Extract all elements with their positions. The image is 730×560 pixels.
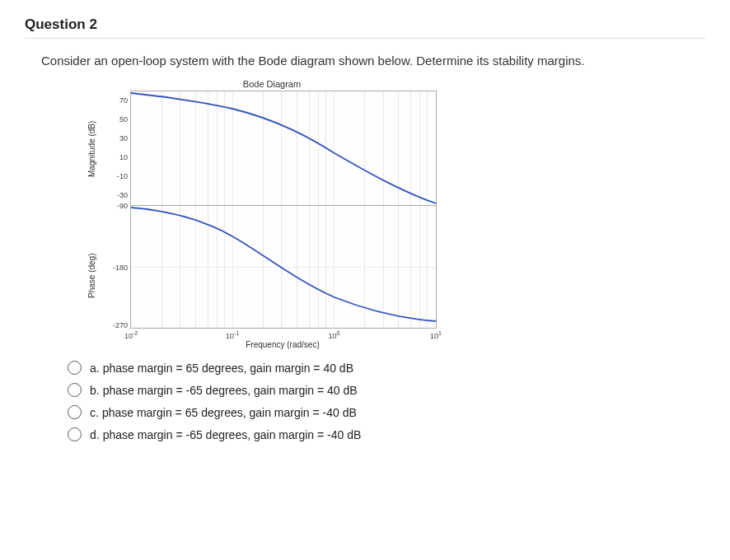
radio-icon[interactable] [68, 405, 82, 419]
answer-option-d[interactable]: d.phase margin = -65 degrees, gain margi… [68, 427, 705, 441]
chart-title: Bode Diagram [74, 79, 470, 89]
xtick: 101 [430, 330, 442, 340]
bode-diagram: Bode Diagram Magnitude (dB) Phase (deg) … [74, 79, 470, 349]
answer-options: a.phase margin = 65 degrees, gain margin… [68, 361, 705, 441]
xlabel: Frequency (rad/sec) [130, 340, 435, 349]
ytick: -270 [103, 321, 128, 329]
radio-icon[interactable] [68, 361, 82, 375]
ytick: -30 [103, 191, 128, 199]
magnitude-curve [131, 91, 436, 205]
ytick: 10 [103, 153, 128, 161]
phase-curve [131, 206, 436, 328]
ytick: -90 [103, 202, 128, 210]
answer-text: phase margin = -65 degrees, gain margin … [103, 384, 358, 397]
answer-option-c[interactable]: c.phase margin = 65 degrees, gain margin… [68, 405, 705, 419]
ytick: -180 [103, 264, 128, 272]
phase-plot: -90 -180 -270 10-2 10-1 100 101 [130, 205, 437, 329]
xtick: 10-2 [124, 330, 138, 340]
xtick: 10-1 [226, 330, 239, 340]
question-text: Consider an open-loop system with the Bo… [41, 54, 705, 68]
ytick: -10 [103, 172, 128, 180]
answer-text: phase margin = 65 degrees, gain margin =… [103, 362, 353, 375]
question-title: Question 2 [25, 16, 705, 39]
ylabel-phase: Phase (deg) [87, 254, 96, 298]
answer-option-b[interactable]: b.phase margin = -65 degrees, gain margi… [68, 383, 705, 397]
answer-text: phase margin = 65 degrees, gain margin =… [102, 406, 357, 419]
answer-letter: c. [90, 406, 99, 419]
answer-letter: d. [90, 428, 100, 441]
answer-text: phase margin = -65 degrees, gain margin … [103, 428, 362, 441]
radio-icon[interactable] [68, 427, 82, 441]
answer-letter: a. [90, 362, 100, 375]
answer-option-a[interactable]: a.phase margin = 65 degrees, gain margin… [68, 361, 705, 375]
radio-icon[interactable] [68, 383, 82, 397]
ytick: 30 [103, 134, 128, 142]
magnitude-plot: 70 50 30 10 -10 -30 [130, 91, 437, 205]
ytick: 70 [103, 96, 128, 105]
ytick: 50 [103, 115, 128, 124]
xtick: 100 [328, 330, 339, 340]
answer-letter: b. [90, 384, 100, 397]
ylabel-magnitude: Magnitude (dB) [87, 121, 96, 177]
